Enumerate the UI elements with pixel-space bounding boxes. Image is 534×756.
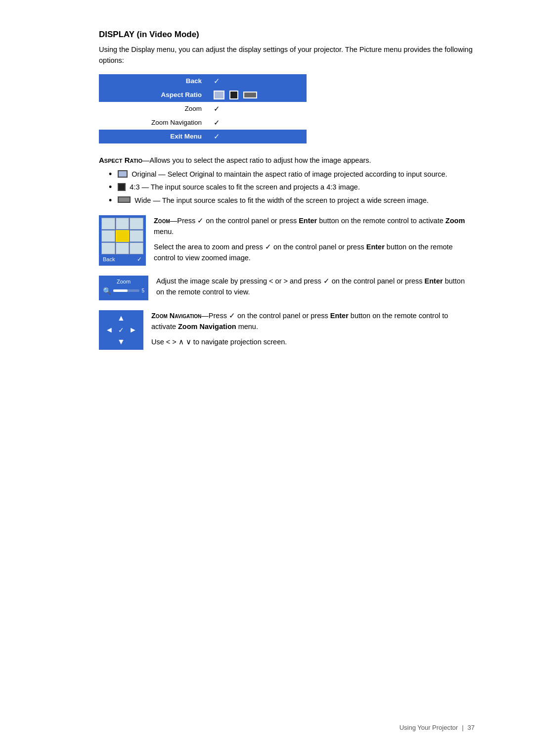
aspect-ratio-heading: Aspect Ratio: [99, 156, 142, 164]
zoom-bar-desc: Adjust the image scale by pressing < or …: [156, 276, 475, 298]
menu-label-zoom: Zoom: [99, 102, 208, 116]
zoom-bar-track: [113, 289, 139, 292]
menu-row-back: Back ✓: [99, 74, 307, 88]
nav-cell-topleft: [103, 312, 115, 324]
bullet-dot-43: •: [109, 182, 112, 193]
zoom-grid-image: Back ✓: [99, 215, 146, 266]
page-footer: Using Your Projector | 37: [400, 724, 475, 731]
aspect-ratio-bullets: • Original — Select Original to maintain…: [99, 169, 475, 206]
nav-cell-left: ◄: [103, 324, 115, 336]
bullet-dot-wide: •: [109, 195, 112, 206]
zoom-grid-back-label: Back: [103, 256, 115, 262]
bullet-43: • 4:3 — The input source scales to fit t…: [109, 182, 475, 193]
page: DISPLAY (in Video Mode) Using the Displa…: [0, 0, 534, 756]
nav-cell-bottomright: [127, 336, 139, 348]
menu-row-zoom: Zoom ✓: [99, 102, 307, 116]
bullet-original: • Original — Select Original to maintain…: [109, 169, 475, 180]
menu-label-aspect: Aspect Ratio: [99, 88, 208, 102]
icon-43: [118, 183, 126, 191]
zoom-heading: Zoom: [154, 217, 170, 225]
aspect-icon-original: [214, 91, 224, 99]
zoom-desc2: Select the area to zoom and press ✓ on t…: [154, 241, 475, 264]
checkmark-zoom-nav: ✓: [214, 118, 220, 127]
menu-label-zoom-nav: Zoom Navigation: [99, 116, 208, 130]
zoom-desc1: Zoom—Press ✓ on the control panel or pre…: [154, 215, 475, 237]
bullet-text-original: Original — Select Original to maintain t…: [132, 169, 447, 180]
bullet-text-wide: Wide — The input source scales to fit th…: [134, 195, 429, 206]
nav-cell-down: ▼: [115, 336, 127, 348]
zoom-bar-text: Adjust the image scale by pressing < or …: [156, 276, 475, 298]
zoom-bar-search-icon: 🔍: [103, 287, 111, 295]
nav-arrows-container: ▲ ◄ ✓ ► ▼: [99, 310, 143, 350]
menu-row-aspect: Aspect Ratio: [99, 88, 307, 102]
zoom-nav-text: Zoom Navigation—Press ✓ on the control p…: [151, 310, 475, 347]
zoom-nav-block: ▲ ◄ ✓ ► ▼ Zoom Navigation—Press ✓ on the…: [99, 310, 475, 350]
aspect-ratio-title: Aspect Ratio—Allows you to select the as…: [99, 154, 475, 166]
nav-cell-center: ✓: [115, 324, 127, 336]
icon-wide: [118, 196, 131, 203]
aspect-ratio-emdash: —: [142, 156, 150, 164]
footer-text: Using Your Projector: [400, 724, 458, 731]
zoom-bar-value: 5: [141, 288, 144, 293]
checkmark-back: ✓: [214, 77, 220, 85]
checkmark-exit: ✓: [214, 132, 220, 141]
nav-cell-up: ▲: [115, 312, 127, 324]
nav-cell-topright: [127, 312, 139, 324]
nav-arrows-grid: ▲ ◄ ✓ ► ▼: [103, 312, 139, 348]
icon-original: [118, 170, 128, 178]
aspect-icons: [214, 91, 301, 99]
aspect-ratio-section: Aspect Ratio—Allows you to select the as…: [99, 154, 475, 206]
menu-row-exit: Exit Menu ✓: [99, 130, 307, 143]
menu-cell-zoom: ✓: [208, 102, 307, 116]
zoom-bar-image: Zoom 🔍 5: [99, 276, 148, 300]
intro-text: Using the Display menu, you can adjust t…: [99, 45, 475, 66]
section-title: DISPLAY (in Video Mode): [99, 30, 475, 40]
menu-cell-back: ✓: [208, 74, 307, 88]
aspect-ratio-desc: Allows you to select the aspect ratio to…: [149, 156, 371, 164]
zoom-nav-desc2: Use < > ∧ ∨ to navigate projection scree…: [151, 336, 475, 347]
zoom-bar-block: Zoom 🔍 5 Adjust the image scale by press…: [99, 276, 475, 300]
footer-page-number: 37: [468, 724, 475, 731]
menu-cell-zoom-nav: ✓: [208, 116, 307, 130]
zoom-grid-checkmark: ✓: [137, 256, 142, 263]
zoom-bar-fill: [113, 289, 128, 292]
zoom-bar-title: Zoom: [103, 279, 144, 284]
zoom-bar-row: 🔍 5: [103, 287, 144, 295]
menu-table: Back ✓ Aspect Ratio Zoom: [99, 74, 307, 143]
zoom-nav-desc1: Zoom Navigation—Press ✓ on the control p…: [151, 310, 475, 332]
menu-label-exit: Exit Menu: [99, 130, 208, 143]
zoom-feature-block: Back ✓ Zoom—Press ✓ on the control panel…: [99, 215, 475, 266]
aspect-icon-wide: [243, 92, 257, 98]
zoom-nav-image: ▲ ◄ ✓ ► ▼: [99, 310, 143, 350]
aspect-icon-43: [229, 91, 238, 99]
bullet-text-43: 4:3 — The input source scales to fit the…: [130, 182, 360, 193]
nav-cell-bottomleft: [103, 336, 115, 348]
menu-label-back: Back: [99, 74, 208, 88]
bullet-dot-orig: •: [109, 169, 112, 180]
nav-cell-right: ►: [127, 324, 139, 336]
bullet-wide: • Wide — The input source scales to fit …: [109, 195, 475, 206]
menu-cell-exit: ✓: [208, 130, 307, 143]
zoom-nav-heading: Zoom Navigation: [151, 312, 201, 320]
zoom-text: Zoom—Press ✓ on the control panel or pre…: [154, 215, 475, 264]
menu-cell-aspect: [208, 88, 307, 102]
footer-separator: |: [462, 724, 463, 731]
menu-row-zoom-nav: Zoom Navigation ✓: [99, 116, 307, 130]
checkmark-zoom: ✓: [214, 104, 220, 113]
